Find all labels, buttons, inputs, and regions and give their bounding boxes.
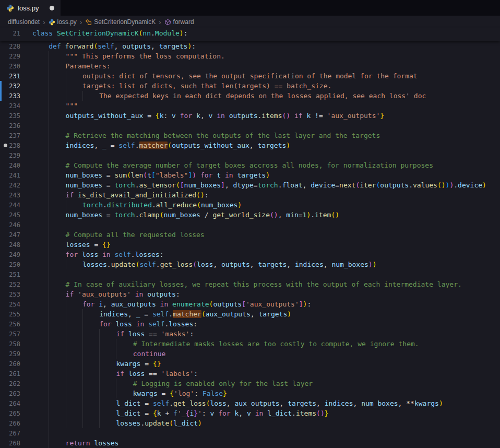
breadcrumb-item-file[interactable]: loss.py [49,18,77,26]
line-gutter[interactable]: 231 [0,71,32,81]
line-gutter[interactable]: 228 [0,41,32,51]
code-line[interactable]: 263kwargs = {'log': False} [0,388,500,398]
line-gutter[interactable]: 265 [0,408,32,418]
line-gutter[interactable]: 253 [0,289,32,299]
code-editor[interactable]: 228def forward(self, outputs, targets):2… [0,41,500,448]
line-gutter[interactable]: 252 [0,279,32,289]
line-gutter[interactable]: 233 [0,91,32,101]
code-token: sum [115,171,127,179]
line-gutter[interactable]: 21 [0,28,32,38]
code-line[interactable]: 252# In case of auxiliary losses, we rep… [0,279,500,289]
code-line[interactable]: 247# Compute all the requested losses [0,230,500,240]
line-gutter[interactable]: 264 [0,398,32,408]
code-line[interactable]: 267 [0,428,500,438]
tab-loss-py[interactable]: loss.py [0,0,61,16]
code-line[interactable]: 242num_boxes = torch.as_tensor([num_boxe… [0,180,500,190]
code-line[interactable]: 260kwargs = {} [0,359,500,369]
code-line[interactable]: 249for loss in self.losses: [0,250,500,260]
code-line[interactable]: 248losses = {} [0,240,500,250]
line-gutter[interactable]: 248 [0,240,32,250]
breadcrumb-item-class[interactable]: SetCriterionDynamicK [85,18,156,26]
line-gutter[interactable]: 250 [0,260,32,269]
code-line[interactable]: 229""" This performs the loss computatio… [0,51,500,61]
code-line[interactable]: 239 [0,150,500,160]
line-gutter[interactable]: 239 [0,150,32,160]
line-gutter[interactable]: 251 [0,269,32,279]
code-line[interactable]: 266losses.update(l_dict) [0,418,500,428]
sticky-scroll[interactable]: 21class SetCriterionDynamicK(nn.Module): [0,28,500,41]
line-gutter[interactable]: 242 [0,180,32,190]
breadcrumb-item-method[interactable]: forward [164,18,194,26]
line-gutter[interactable]: 237 [0,131,32,140]
code-line[interactable]: 250losses.update(self.get_loss(loss, out… [0,260,500,269]
line-gutter[interactable]: 254 [0,299,32,309]
code-token: , [303,181,311,189]
line-gutter[interactable]: 235 [0,111,32,121]
code-token: ) [287,310,291,318]
unsaved-changes-dot[interactable] [50,6,54,10]
line-gutter[interactable]: 243 [0,190,32,200]
code-line[interactable]: 246 [0,220,500,230]
code-line[interactable]: 237# Retrieve the matching between the o… [0,131,500,140]
code-line[interactable]: 261if loss == 'labels': [0,369,500,379]
code-line[interactable]: 244torch.distributed.all_reduce(num_boxe… [0,200,500,210]
line-gutter[interactable]: 230 [0,61,32,71]
code-line[interactable]: 243if is_dist_avail_and_initialized(): [0,190,500,200]
line-gutter[interactable]: 267 [0,428,32,438]
line-gutter[interactable]: 246 [0,220,32,230]
line-gutter[interactable]: 234 [0,101,32,111]
code-line[interactable]: 265l_dict = {k + f'_{i}': v for k, v in … [0,408,500,418]
code-line[interactable]: 253if 'aux_outputs' in outputs: [0,289,500,299]
code-token: targets [159,42,188,50]
line-gutter[interactable]: 268 [0,438,32,448]
line-gutter[interactable]: 244 [0,200,32,210]
code-token: num_boxes [184,181,221,189]
line-gutter[interactable]: 249 [0,250,32,260]
code-line[interactable]: 268return losses [0,438,500,448]
code-line[interactable]: 236 [0,121,500,131]
line-gutter[interactable]: 260 [0,359,32,369]
line-gutter[interactable]: 255 [0,309,32,319]
code-line[interactable]: 251 [0,269,500,279]
code-line[interactable]: 21class SetCriterionDynamicK(nn.Module): [0,28,500,38]
code-line[interactable]: 228def forward(self, outputs, targets): [0,41,500,51]
code-line[interactable]: 257if loss == 'masks': [0,329,500,339]
line-gutter[interactable]: 266 [0,418,32,428]
line-gutter[interactable]: 232 [0,81,32,91]
code-line[interactable]: 255indices, _ = self.matcher(aux_outputs… [0,309,500,319]
code-line[interactable]: 259continue [0,349,500,359]
line-gutter[interactable]: 245 [0,210,32,220]
code-line[interactable]: 256for loss in self.losses: [0,319,500,329]
code-line[interactable]: 235outputs_without_aux = {k: v for k, v … [0,111,500,121]
code-line[interactable]: 241num_boxes = sum(len(t["labels"]) for … [0,170,500,180]
line-gutter[interactable]: 240 [0,160,32,170]
code-line[interactable]: 264l_dict = self.get_loss(loss, aux_outp… [0,398,500,408]
code-line[interactable]: 240# Compute the average number of targe… [0,160,500,170]
line-gutter[interactable]: 261 [0,369,32,379]
line-gutter[interactable]: 263 [0,388,32,398]
line-gutter[interactable]: 236 [0,121,32,131]
code-line[interactable]: 232targets: list of dicts, such that len… [0,81,500,91]
code-line[interactable]: 258# Intermediate masks losses are too c… [0,339,500,349]
code-token: outputs_without_aux [66,112,144,120]
gutter-dot-icon[interactable] [4,144,7,147]
line-gutter[interactable]: 241 [0,170,32,180]
code-line[interactable]: 238indices, _ = self.matcher(outputs_wit… [0,140,500,150]
line-gutter[interactable]: 259 [0,349,32,359]
code-line[interactable]: 254for i, aux_outputs in enumerate(outpu… [0,299,500,309]
code-line[interactable]: 262# Logging is enabled only for the las… [0,379,500,388]
code-token: nn [142,29,151,37]
line-gutter[interactable]: 238 [0,140,32,150]
breadcrumb-item-folder[interactable]: diffusiondet [8,18,40,26]
line-gutter[interactable]: 247 [0,230,32,240]
code-line[interactable]: 230Parameters: [0,61,500,71]
code-line[interactable]: 245num_boxes = torch.clamp(num_boxes / g… [0,210,500,220]
line-gutter[interactable]: 257 [0,329,32,339]
line-gutter[interactable]: 229 [0,51,32,61]
code-line[interactable]: 233The expected keys in each dict depend… [0,91,500,101]
code-line[interactable]: 234""" [0,101,500,111]
code-line[interactable]: 231outputs: dict of tensors, see the out… [0,71,500,81]
line-gutter[interactable]: 258 [0,339,32,349]
line-gutter[interactable]: 256 [0,319,32,329]
line-gutter[interactable]: 262 [0,379,32,388]
